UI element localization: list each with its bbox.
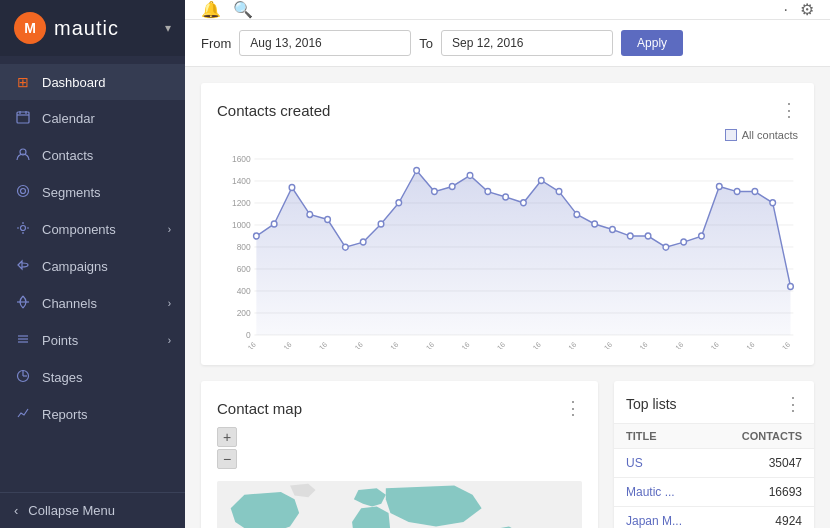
arrow-icon: › [168, 224, 171, 235]
svg-text:400: 400 [237, 286, 251, 296]
map-card-header: Contact map ⋮ [217, 397, 582, 419]
map-menu-icon[interactable]: ⋮ [564, 397, 582, 419]
stages-icon [14, 369, 32, 386]
svg-point-40 [378, 221, 384, 227]
top-lists-title: Top lists [626, 396, 677, 412]
contact-map-card: Contact map ⋮ + − [201, 381, 598, 528]
sidebar-item-label: Stages [42, 370, 82, 385]
row-value: 35047 [769, 456, 802, 470]
svg-point-59 [716, 184, 722, 190]
sidebar-item-stages[interactable]: Stages [0, 359, 185, 396]
svg-point-53 [610, 227, 616, 233]
table-row: Mautic ... 16693 [614, 478, 814, 507]
legend-label: All contacts [742, 129, 798, 141]
legend-box-icon [725, 129, 737, 141]
svg-point-55 [645, 233, 651, 239]
zoom-in-button[interactable]: + [217, 427, 237, 447]
map-title: Contact map [217, 400, 302, 417]
settings-gear-icon[interactable]: ⚙ [800, 0, 814, 19]
zoom-out-button[interactable]: − [217, 449, 237, 469]
svg-text:Sep 10, 16: Sep 10, 16 [726, 340, 756, 349]
svg-text:Aug 25, 16: Aug 25, 16 [441, 340, 471, 349]
contacts-icon [14, 147, 32, 164]
sidebar-item-label: Points [42, 333, 78, 348]
svg-point-42 [414, 167, 420, 173]
svg-text:Sep 4, 16: Sep 4, 16 [622, 340, 649, 349]
svg-point-5 [18, 186, 29, 197]
sidebar-nav: ⊞ Dashboard Calendar C [0, 56, 185, 492]
row-name[interactable]: Japan M... [626, 514, 682, 528]
channels-icon [14, 295, 32, 312]
dashboard-content: Contacts created ⋮ All contacts [185, 67, 830, 528]
sidebar-logo: M mautic [14, 12, 119, 44]
svg-text:Aug 29, 16: Aug 29, 16 [512, 340, 542, 349]
row-name[interactable]: Mautic ... [626, 485, 675, 499]
svg-point-34 [271, 221, 277, 227]
sidebar-item-segments[interactable]: Segments [0, 174, 185, 211]
svg-point-7 [21, 226, 26, 231]
svg-rect-0 [17, 112, 29, 123]
svg-point-54 [627, 233, 633, 239]
svg-text:800: 800 [237, 242, 251, 252]
date-filter-bar: From To Apply [185, 20, 830, 67]
legend-all-contacts: All contacts [725, 129, 798, 141]
sidebar-chevron-icon[interactable]: ▾ [165, 21, 171, 35]
svg-text:Sep 2, 16: Sep 2, 16 [586, 340, 613, 349]
to-label: To [419, 36, 433, 51]
sidebar-item-reports[interactable]: Reports [0, 396, 185, 433]
top-lists-menu-icon[interactable]: ⋮ [784, 393, 802, 415]
notification-bell-icon[interactable]: 🔔 [201, 0, 221, 19]
svg-point-47 [503, 194, 509, 200]
svg-text:Aug 13, 16: Aug 13, 16 [228, 340, 258, 349]
svg-text:Aug 31, 16: Aug 31, 16 [548, 340, 578, 349]
logo-text: mautic [54, 17, 119, 40]
collapse-menu[interactable]: ‹ Collapse Menu [0, 492, 185, 528]
svg-text:Sep 6, 16: Sep 6, 16 [658, 340, 685, 349]
svg-point-57 [681, 239, 687, 245]
svg-text:1400: 1400 [232, 176, 251, 186]
chart-svg: 1600 1400 1200 1000 800 600 400 200 0 [217, 149, 798, 349]
sidebar-item-campaigns[interactable]: Campaigns [0, 248, 185, 285]
svg-text:Aug 27, 16: Aug 27, 16 [477, 340, 507, 349]
svg-text:1000: 1000 [232, 220, 251, 230]
sidebar-item-label: Calendar [42, 111, 95, 126]
reports-icon [14, 406, 32, 423]
to-date-input[interactable] [441, 30, 613, 56]
logo-icon: M [14, 12, 46, 44]
sidebar: M mautic ▾ ⊞ Dashboard Calendar [0, 0, 185, 528]
search-icon[interactable]: 🔍 [233, 0, 253, 19]
svg-text:1600: 1600 [232, 154, 251, 164]
row-value: 16693 [769, 485, 802, 499]
top-lists-table: Title Contacts US 35047 Mautic ... 16693… [614, 424, 814, 528]
sidebar-item-dashboard[interactable]: ⊞ Dashboard [0, 64, 185, 100]
svg-text:Aug 15, 16: Aug 15, 16 [263, 340, 293, 349]
sidebar-item-contacts[interactable]: Contacts [0, 137, 185, 174]
svg-point-33 [254, 233, 260, 239]
chart-menu-icon[interactable]: ⋮ [780, 99, 798, 121]
contacts-chart: 1600 1400 1200 1000 800 600 400 200 0 [217, 149, 798, 349]
row-name[interactable]: US [626, 456, 643, 470]
sidebar-item-label: Dashboard [42, 75, 106, 90]
sidebar-item-points[interactable]: Points › [0, 322, 185, 359]
svg-point-6 [21, 189, 26, 194]
svg-text:Sep 12, 16: Sep 12, 16 [762, 340, 792, 349]
sidebar-item-components[interactable]: Components › [0, 211, 185, 248]
from-date-input[interactable] [239, 30, 411, 56]
svg-point-60 [734, 189, 740, 195]
svg-text:Sep 8, 16: Sep 8, 16 [693, 340, 720, 349]
svg-point-36 [307, 211, 313, 217]
apply-button[interactable]: Apply [621, 30, 683, 56]
svg-point-49 [538, 177, 544, 183]
row-value: 4924 [775, 514, 802, 528]
svg-text:Aug 19, 16: Aug 19, 16 [334, 340, 364, 349]
contacts-chart-card: Contacts created ⋮ All contacts [201, 83, 814, 365]
sidebar-item-label: Reports [42, 407, 88, 422]
table-header-row: Title Contacts [614, 424, 814, 449]
svg-text:Aug 21, 16: Aug 21, 16 [370, 340, 400, 349]
sidebar-item-calendar[interactable]: Calendar [0, 100, 185, 137]
svg-point-44 [449, 184, 455, 190]
arrow-icon: › [168, 298, 171, 309]
svg-text:200: 200 [237, 308, 251, 318]
sidebar-item-channels[interactable]: Channels › [0, 285, 185, 322]
col-contacts: Contacts [742, 430, 802, 442]
